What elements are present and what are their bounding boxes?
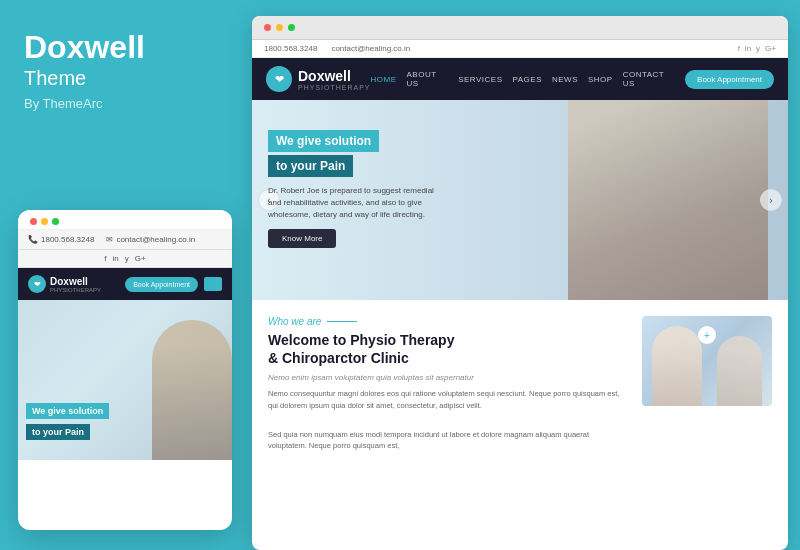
social-facebook-icon: f bbox=[738, 44, 740, 53]
site-logo-name: Doxwell bbox=[298, 68, 371, 84]
about-image: + bbox=[642, 316, 772, 406]
about-image-person1 bbox=[652, 326, 702, 406]
mobile-phone: 📞 1800.568.3248 bbox=[28, 235, 94, 244]
mobile-logo-icon: ❤ bbox=[28, 275, 46, 293]
social-f: f bbox=[104, 254, 106, 263]
email-icon: ✉ bbox=[106, 235, 113, 244]
mobile-hero: We give solution to your Pain bbox=[18, 300, 232, 460]
site-hero-section: ‹ › We give solution to your Pain Dr. Ro… bbox=[252, 100, 788, 300]
about-image-person2 bbox=[717, 336, 762, 406]
hero-know-more-button[interactable]: Know More bbox=[268, 229, 336, 248]
about-image-overlay-icon: + bbox=[698, 326, 716, 344]
mobile-email: ✉ contact@healing.co.in bbox=[106, 235, 195, 244]
site-nav-bar: ❤ Doxwell PHYSIOTHERAPY HOME ABOUT US SE… bbox=[252, 58, 788, 100]
site-email: contact@healing.co.in bbox=[331, 44, 410, 53]
main-website-area: 1800.568.3248 contact@healing.co.in f in… bbox=[252, 16, 788, 550]
about-text-area: Who we are Welcome to Physio Therapy & C… bbox=[268, 316, 626, 451]
about-title: Welcome to Physio Therapy & Chiroparctor… bbox=[268, 331, 626, 367]
nav-link-contact[interactable]: CONTACT US bbox=[623, 70, 675, 88]
about-body-text1: Nemo consequuntur magni dolores eos qui … bbox=[268, 388, 626, 411]
mobile-hero-line1: We give solution bbox=[26, 403, 109, 419]
mobile-hero-figure bbox=[152, 320, 232, 460]
mobile-hero-line2: to your Pain bbox=[26, 424, 90, 440]
site-logo: ❤ Doxwell PHYSIOTHERAPY bbox=[266, 66, 371, 92]
window-dot-green bbox=[288, 24, 295, 31]
social-y: y bbox=[125, 254, 129, 263]
mobile-hero-text: We give solution to your Pain bbox=[26, 400, 109, 440]
mobile-book-button[interactable]: Book Appointment bbox=[125, 277, 198, 292]
mobile-social-bar: f in y G+ bbox=[18, 250, 232, 268]
chrome-dot-red bbox=[30, 218, 37, 225]
mobile-logo: ❤ Doxwell PHYSIOTHERAPY bbox=[28, 275, 101, 293]
site-about-section: Who we are Welcome to Physio Therapy & C… bbox=[252, 300, 788, 461]
social-youtube-icon: y bbox=[756, 44, 760, 53]
site-nav-links: HOME ABOUT US SERVICES PAGES NEWS SHOP C… bbox=[371, 70, 774, 89]
social-linkedin-icon: in bbox=[745, 44, 751, 53]
mobile-contact-bar: 📞 1800.568.3248 ✉ contact@healing.co.in bbox=[18, 230, 232, 250]
brand-subtitle: Theme bbox=[24, 67, 224, 90]
site-top-bar: 1800.568.3248 contact@healing.co.in f in… bbox=[252, 40, 788, 58]
hero-person-silhouette bbox=[568, 100, 768, 300]
site-hero-content: We give solution to your Pain Dr. Robert… bbox=[268, 130, 434, 248]
hero-line2: to your Pain bbox=[268, 155, 353, 177]
mobile-chrome-bar bbox=[18, 210, 232, 230]
brand-title: Doxwell bbox=[24, 30, 224, 65]
about-body-text2: Sed quia non numquam eius modi tempora i… bbox=[268, 429, 626, 452]
about-subtitle: Nemo enim ipsam voluptatem quia voluptas… bbox=[268, 373, 626, 382]
nav-link-services[interactable]: SERVICES bbox=[458, 75, 502, 84]
mobile-logo-name: Doxwell bbox=[50, 276, 101, 287]
nav-link-news[interactable]: NEWS bbox=[552, 75, 578, 84]
phone-icon: 📞 bbox=[28, 235, 38, 244]
mobile-mockup: 📞 1800.568.3248 ✉ contact@healing.co.in … bbox=[18, 210, 232, 530]
site-contact-info: 1800.568.3248 contact@healing.co.in bbox=[264, 44, 410, 53]
nav-link-pages[interactable]: PAGES bbox=[513, 75, 542, 84]
chrome-dot-green bbox=[52, 218, 59, 225]
social-gplus: G+ bbox=[135, 254, 146, 263]
about-tag: Who we are bbox=[268, 316, 626, 327]
hero-description: Dr. Robert Joe is prepared to suggest re… bbox=[268, 185, 434, 221]
chrome-dot-yellow bbox=[41, 218, 48, 225]
nav-link-home[interactable]: HOME bbox=[371, 75, 397, 84]
site-book-appointment-button[interactable]: Book Appointment bbox=[685, 70, 774, 89]
nav-link-about[interactable]: ABOUT US bbox=[407, 70, 449, 88]
window-dot-red bbox=[264, 24, 271, 31]
social-in: in bbox=[113, 254, 119, 263]
left-panel: Doxwell Theme By ThemeArc 📞 1800.568.324… bbox=[0, 0, 248, 550]
site-social-links: f in y G+ bbox=[738, 44, 776, 53]
hero-next-arrow[interactable]: › bbox=[760, 189, 782, 211]
about-image-area: + bbox=[642, 316, 772, 451]
site-phone: 1800.568.3248 bbox=[264, 44, 317, 53]
nav-link-shop[interactable]: SHOP bbox=[588, 75, 613, 84]
site-logo-icon: ❤ bbox=[266, 66, 292, 92]
mobile-nav-bar: ❤ Doxwell PHYSIOTHERAPY Book Appointment bbox=[18, 268, 232, 300]
hero-line1: We give solution bbox=[268, 130, 379, 152]
mobile-btn-area: Book Appointment bbox=[125, 277, 222, 292]
social-gplus-icon: G+ bbox=[765, 44, 776, 53]
site-hero-image bbox=[568, 100, 768, 300]
window-dot-yellow bbox=[276, 24, 283, 31]
mobile-logo-sub: PHYSIOTHERAPY bbox=[50, 287, 101, 293]
window-chrome bbox=[252, 16, 788, 40]
site-logo-sub: PHYSIOTHERAPY bbox=[298, 84, 371, 91]
mobile-hamburger-button[interactable] bbox=[204, 277, 222, 291]
brand-by: By ThemeArc bbox=[24, 96, 224, 111]
